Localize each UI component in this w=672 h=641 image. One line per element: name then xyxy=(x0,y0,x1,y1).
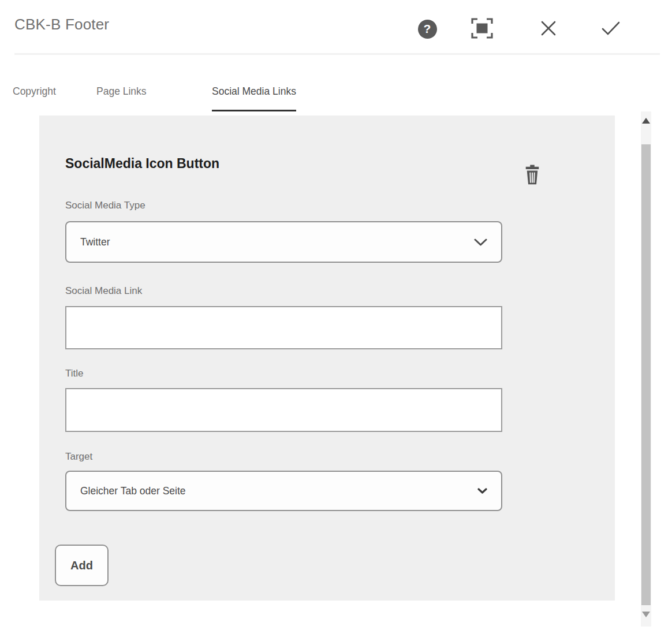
scroll-up-icon xyxy=(642,118,650,124)
checkmark-icon xyxy=(602,21,620,37)
target-select[interactable]: Gleicher Tab oder Seite xyxy=(65,471,502,511)
title-label: Title xyxy=(65,368,84,379)
title-input[interactable] xyxy=(65,388,502,432)
item-heading: SocialMedia Icon Button xyxy=(65,156,219,172)
fullscreen-button[interactable] xyxy=(471,17,494,40)
confirm-button[interactable] xyxy=(599,17,622,40)
social-media-type-value: Twitter xyxy=(80,236,474,248)
header-actions: ? xyxy=(0,17,672,40)
close-icon xyxy=(540,20,557,38)
trash-icon xyxy=(524,165,541,187)
scroll-up-button[interactable] xyxy=(642,117,650,125)
fullscreen-icon xyxy=(471,18,493,40)
tab-page-links[interactable]: Page Links xyxy=(96,85,147,111)
question-circle-icon: ? xyxy=(418,20,437,39)
target-label: Target xyxy=(65,451,92,463)
delete-item-button[interactable] xyxy=(520,163,545,188)
header-divider xyxy=(14,53,660,55)
social-media-link-input[interactable] xyxy=(65,306,502,349)
social-media-type-label: Social Media Type xyxy=(65,200,145,211)
scroll-down-button[interactable] xyxy=(642,610,650,618)
social-media-type-select[interactable]: Twitter xyxy=(65,221,502,263)
social-media-links-panel xyxy=(39,115,615,601)
close-button[interactable] xyxy=(537,17,560,40)
chevron-down-icon xyxy=(474,238,487,246)
tab-copyright[interactable]: Copyright xyxy=(13,85,56,111)
chevron-down-icon xyxy=(477,488,487,494)
tab-social-media-links[interactable]: Social Media Links xyxy=(212,85,296,111)
help-button[interactable]: ? xyxy=(416,17,439,40)
social-media-link-label: Social Media Link xyxy=(65,285,142,297)
add-button[interactable]: Add xyxy=(55,545,109,586)
target-value: Gleicher Tab oder Seite xyxy=(80,485,477,497)
question-glyph: ? xyxy=(424,22,431,36)
scrollbar-thumb[interactable] xyxy=(641,144,651,605)
scroll-down-icon xyxy=(642,612,650,617)
